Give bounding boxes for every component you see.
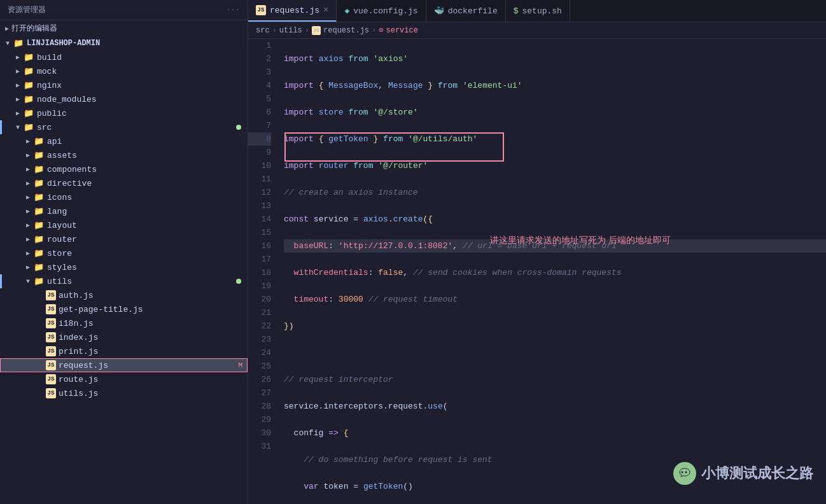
chevron-right-icon: ▶ [23,221,33,229]
sidebar: 资源管理器 ··· ▶ 打开的编辑器 ▼ 📁 LINJIASHOP-ADMIN … [0,0,248,504]
tab-request-js[interactable]: JS request.js × [248,0,337,22]
chevron-right-icon: ▶ [23,263,33,271]
open-editors-section[interactable]: ▶ 打开的编辑器 [0,20,248,36]
tree-item-label: styles [47,263,77,272]
tree-item-label: lang [47,207,67,216]
tree-item-api[interactable]: ▶ 📁 api [0,134,248,148]
tree-item-icons[interactable]: ▶ 📁 icons [0,190,248,204]
file-tree: ▶ 打开的编辑器 ▼ 📁 LINJIASHOP-ADMIN ▶ 📁 build … [0,20,248,504]
root-folder[interactable]: ▼ 📁 LINJIASHOP-ADMIN [0,36,248,50]
tree-item-store[interactable]: ▶ 📁 store [0,246,248,260]
tree-item-directive[interactable]: ▶ 📁 directive [0,176,248,190]
breadcrumb-src[interactable]: src [256,26,270,35]
js-file-icon: JS [46,332,56,342]
js-file-icon: JS [46,360,56,370]
tree-item-label: api [47,137,62,146]
tree-item-src[interactable]: ▼ 📁 src [0,120,248,134]
breadcrumb: src › utils › JS request.js › ⊙ service [248,22,826,39]
js-file-icon: JS [46,346,56,356]
folder-icon: 📁 [13,38,24,48]
tree-item-label: public [37,109,67,118]
tree-item-label: node_modules [37,95,97,104]
folder-icon: 📁 [23,66,34,76]
breadcrumb-file[interactable]: request.js [323,26,369,35]
tab-vue-config-js[interactable]: ◈ vue.config.js [337,0,426,22]
tree-item-utils[interactable]: ▼ 📁 utils [0,274,248,288]
tree-item-i18n-js[interactable]: JS i18n.js [0,316,248,330]
breadcrumb-utils[interactable]: utils [279,26,302,35]
tree-item-label: mock [37,67,57,76]
docker-tab-icon: 🐳 [434,6,444,16]
folder-icon: 📁 [33,164,45,174]
editor-area: JS request.js × ◈ vue.config.js 🐳 docker… [248,0,826,504]
tree-item-label: utils.js [59,389,98,398]
chevron-right-icon: ▶ [13,53,23,61]
root-folder-label: LINJIASHOP-ADMIN [27,39,100,48]
tree-item-label: get-page-title.js [59,305,143,314]
tree-item-public[interactable]: ▶ 📁 public [0,106,248,120]
chevron-right-icon: ▶ [23,137,33,145]
folder-icon: 📁 [33,136,45,146]
tree-item-assets[interactable]: ▶ 📁 assets [0,148,248,162]
js-file-icon: JS [46,374,56,384]
modified-badge: M [238,361,242,369]
folder-icon: 📁 [33,150,45,160]
breadcrumb-symbol[interactable]: service [386,26,417,35]
folder-icon: 📁 [33,206,45,216]
tree-item-nginx[interactable]: ▶ 📁 nginx [0,78,248,92]
chevron-right-icon: ▶ [13,95,23,103]
tree-item-print-js[interactable]: JS print.js [0,344,248,358]
vue-tab-icon: ◈ [344,6,349,16]
tab-label: setup.sh [522,6,562,16]
chevron-right-icon: ▶ [13,109,23,117]
folder-icon: 📁 [23,80,34,90]
tree-item-label: src [37,123,52,132]
tree-item-label: assets [47,151,77,160]
tree-item-build[interactable]: ▶ 📁 build [0,50,248,64]
tree-item-layout[interactable]: ▶ 📁 layout [0,218,248,232]
tab-bar: JS request.js × ◈ vue.config.js 🐳 docker… [248,0,826,22]
svg-point-0 [682,472,683,473]
tree-item-router[interactable]: ▶ 📁 router [0,232,248,246]
tree-item-styles[interactable]: ▶ 📁 styles [0,260,248,274]
tab-close-button[interactable]: × [323,6,328,15]
js-tab-icon: JS [256,5,266,15]
sidebar-header: 资源管理器 ··· [0,0,248,20]
chevron-right-icon: ▶ [23,207,33,215]
sidebar-menu-button[interactable]: ··· [226,6,240,15]
tree-item-lang[interactable]: ▶ 📁 lang [0,204,248,218]
code-content[interactable]: import axios from 'axios' import { Messa… [279,39,826,504]
js-file-icon: JS [46,388,56,398]
tree-item-auth-js[interactable]: JS auth.js [0,288,248,302]
folder-icon: 📁 [23,52,34,62]
chevron-down-icon: ▼ [3,40,13,47]
tree-item-utils-js[interactable]: JS utils.js [0,386,248,400]
folder-icon: 📁 [33,220,45,230]
folder-icon: 📁 [33,178,45,188]
tree-item-components[interactable]: ▶ 📁 components [0,162,248,176]
code-editor[interactable]: 12345 67 8 910111213 1415161718 19202122… [248,39,826,504]
tab-dockerfile[interactable]: 🐳 dockerfile [426,0,506,22]
chevron-down-icon: ▼ [13,124,23,131]
breadcrumb-sep: › [305,26,309,35]
tree-item-label: components [47,165,97,174]
tab-setup-sh[interactable]: $ setup.sh [506,0,570,22]
tree-item-label: print.js [59,347,98,356]
tree-item-node-modules[interactable]: ▶ 📁 node_modules [0,92,248,106]
folder-icon: 📁 [23,108,34,118]
tree-item-label: layout [47,221,77,230]
tab-label: request.js [270,6,319,15]
tree-item-mock[interactable]: ▶ 📁 mock [0,64,248,78]
tree-item-label: build [37,53,62,62]
tree-item-label: directive [47,179,92,188]
tab-label: vue.config.js [353,6,417,16]
tree-item-get-page-title-js[interactable]: JS get-page-title.js [0,302,248,316]
tree-item-label: router [47,235,77,244]
wechat-icon [673,462,696,485]
tree-item-request-js[interactable]: JS request.js M [0,358,248,372]
breadcrumb-sep: › [272,26,277,35]
chevron-right-icon: ▶ [23,193,33,201]
tree-item-route-js[interactable]: JS route.js [0,372,248,386]
tree-item-index-js[interactable]: JS index.js [0,330,248,344]
js-file-icon: JS [46,304,56,314]
